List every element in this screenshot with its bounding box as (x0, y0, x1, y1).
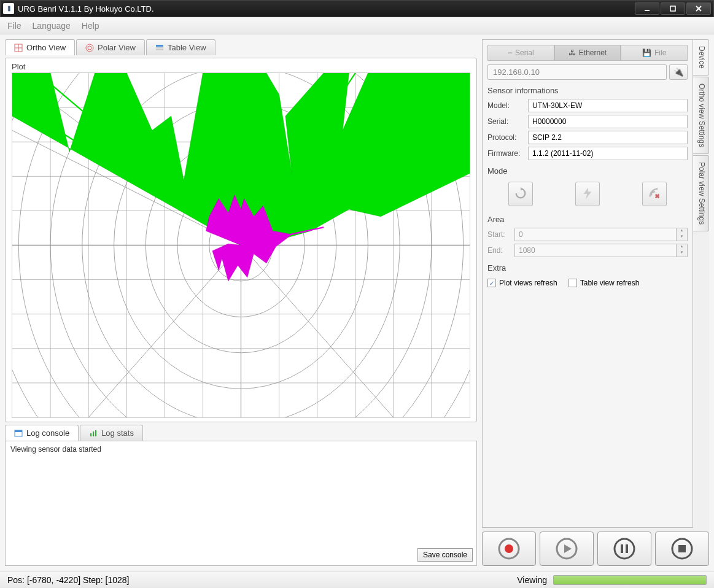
svg-point-63 (615, 539, 634, 559)
log-tabs: Log console Log stats (5, 425, 477, 441)
pause-button[interactable] (597, 532, 651, 566)
close-button[interactable] (686, 2, 711, 15)
svg-line-40 (241, 246, 419, 418)
tab-log-stats[interactable]: Log stats (80, 425, 143, 441)
table-refresh-check[interactable]: Table view refresh (568, 279, 640, 287)
vtab-ortho-settings[interactable]: Ortho view Settings (693, 77, 709, 154)
side-area: ⎓Serial 🖧Ethernet 💾File 🔌 Sensor informa… (482, 39, 709, 528)
play-button[interactable] (540, 532, 594, 566)
area-title: Area (487, 215, 688, 224)
table-icon (155, 44, 164, 52)
protocol-value (528, 131, 688, 144)
svg-point-60 (505, 544, 513, 553)
playback-controls (482, 528, 709, 566)
area-start-label: Start: (487, 230, 514, 239)
record-button[interactable] (482, 532, 536, 566)
tab-ortho-view[interactable]: Ortho View (5, 39, 75, 55)
console-icon (14, 429, 23, 438)
svg-line-39 (63, 246, 241, 418)
connect-button[interactable]: 🔌 (669, 64, 688, 80)
svg-rect-7 (156, 45, 163, 47)
menu-language[interactable]: Language (33, 21, 71, 31)
tab-file[interactable]: 💾File (621, 45, 688, 61)
view-tabs: Ortho View Polar View Table View (5, 39, 477, 55)
app-icon: Ⅱ (3, 3, 14, 14)
mode-flash-button[interactable] (575, 182, 600, 206)
plot-canvas[interactable] (12, 72, 470, 418)
menu-help[interactable]: Help (82, 21, 99, 31)
mode-stream-button[interactable] (642, 182, 667, 206)
svg-rect-8 (156, 47, 163, 48)
svg-rect-0 (645, 10, 650, 11)
ip-address-input[interactable] (487, 64, 667, 80)
maximize-button[interactable] (661, 2, 685, 15)
svg-point-5 (86, 44, 93, 52)
model-label: Model: (487, 101, 528, 110)
svg-marker-56 (584, 187, 592, 198)
svg-rect-52 (90, 433, 91, 436)
serial-icon: ⎓ (508, 48, 512, 57)
svg-rect-51 (15, 430, 22, 432)
tab-serial[interactable]: ⎓Serial (487, 45, 554, 61)
start-spinner[interactable]: ▲▼ (677, 228, 688, 241)
svg-rect-53 (93, 431, 94, 436)
area-end-input[interactable] (514, 244, 677, 257)
window-title: URG Benri V1.1.1 By Hokuyo Co,LTD. (18, 4, 635, 14)
device-panel: ⎓Serial 🖧Ethernet 💾File 🔌 Sensor informa… (482, 39, 693, 528)
sensor-info-group: Sensor informations Model: Serial: Proto… (487, 86, 688, 160)
mode-refresh-button[interactable] (508, 182, 533, 206)
stop-button[interactable] (655, 532, 709, 566)
content-area: Ortho View Polar View Table View Plot (0, 34, 714, 571)
tab-table-view[interactable]: Table View (146, 39, 215, 55)
serial-label: Serial: (487, 117, 528, 126)
progress-bar (553, 575, 707, 585)
protocol-label: Protocol: (487, 133, 528, 142)
log-section: Log console Log stats Viewing sensor dat… (5, 425, 477, 566)
svg-rect-64 (621, 544, 623, 553)
extra-title: Extra (487, 263, 688, 273)
plot-refresh-check[interactable]: ✓Plot views refresh (487, 279, 557, 287)
area-group: Area Start:▲▼ End:▲▼ (487, 215, 688, 257)
model-value (528, 99, 688, 112)
ortho-icon (14, 44, 23, 52)
svg-rect-9 (156, 49, 163, 50)
svg-rect-65 (626, 544, 628, 553)
svg-rect-1 (670, 6, 675, 11)
tab-polar-view[interactable]: Polar View (76, 39, 145, 55)
svg-rect-67 (678, 545, 686, 552)
plot-panel: Plot (5, 58, 477, 422)
stream-icon (648, 187, 661, 202)
extra-group: Extra ✓Plot views refresh Table view ref… (487, 263, 688, 290)
area-start-input[interactable] (514, 228, 677, 241)
end-spinner[interactable]: ▲▼ (677, 244, 688, 257)
ip-row: 🔌 (487, 64, 688, 80)
checkbox-icon (568, 279, 577, 287)
vtab-device[interactable]: Device (693, 39, 709, 75)
app-window: Ⅱ URG Benri V1.1.1 By Hokuyo Co,LTD. Fil… (0, 0, 714, 588)
left-column: Ortho View Polar View Table View Plot (5, 39, 477, 566)
menubar: File Language Help (0, 17, 714, 34)
vtab-polar-settings[interactable]: Polar view Settings (693, 155, 709, 231)
checkbox-icon: ✓ (487, 279, 496, 287)
minimize-button[interactable] (635, 2, 659, 15)
menu-file[interactable]: File (7, 21, 21, 31)
side-vertical-tabs: Device Ortho view Settings Polar view Se… (693, 39, 709, 528)
refresh-icon (514, 187, 527, 202)
mode-group: Mode (487, 166, 688, 209)
svg-rect-54 (95, 430, 96, 436)
file-icon: 💾 (642, 48, 651, 57)
plug-icon: 🔌 (673, 68, 684, 77)
window-controls (635, 2, 711, 15)
log-console-panel: Viewing sensor data started Save console (5, 441, 477, 566)
tab-ethernet[interactable]: 🖧Ethernet (554, 45, 621, 61)
svg-marker-62 (564, 544, 572, 553)
svg-point-6 (88, 46, 91, 50)
ethernet-icon: 🖧 (568, 48, 576, 57)
serial-value (528, 115, 688, 128)
tab-log-console[interactable]: Log console (5, 425, 79, 441)
connection-tabs: ⎓Serial 🖧Ethernet 💾File (487, 45, 688, 61)
save-console-button[interactable]: Save console (417, 548, 473, 562)
sensor-info-title: Sensor informations (487, 86, 688, 95)
area-end-label: End: (487, 246, 514, 255)
status-viewing: Viewing (517, 575, 547, 585)
